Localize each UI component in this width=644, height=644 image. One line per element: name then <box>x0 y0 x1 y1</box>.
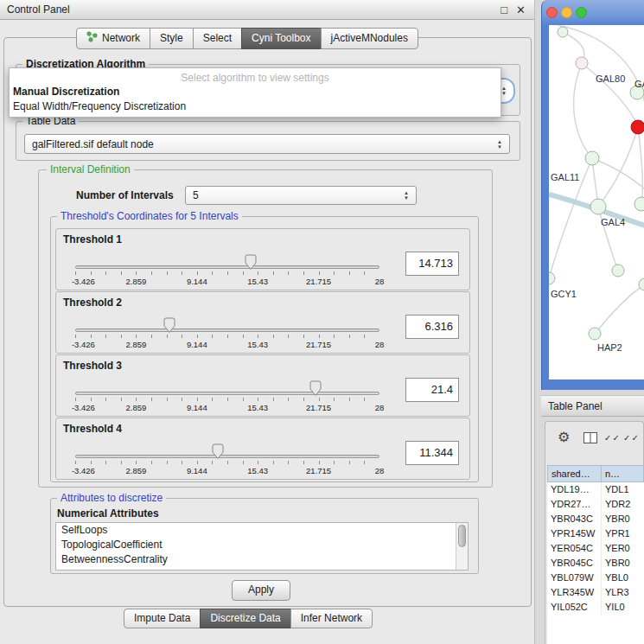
threshold-2-slider[interactable]: -3.426 2.859 9.144 15.43 21.715 28 <box>75 315 379 351</box>
close-icon[interactable]: ✕ <box>516 3 526 16</box>
threshold-3-value[interactable]: 21.4 <box>405 378 459 402</box>
node-label-hap2[interactable]: HAP2 <box>597 342 622 353</box>
dropdown-placeholder: Select algorithm to view settings <box>10 68 501 84</box>
tick-label: 21.715 <box>306 466 331 475</box>
tick-label: -3.426 <box>72 466 95 475</box>
node-label-gal80[interactable]: GAL80 <box>596 73 625 84</box>
list-scrollbar[interactable] <box>456 523 468 570</box>
dropdown-item-equal-width-frequency[interactable]: Equal Width/Frequency Discretization <box>10 99 501 113</box>
threshold-3-label: Threshold 3 <box>63 360 122 372</box>
spinner-down-icon: ▼ <box>497 144 502 150</box>
columns-icon[interactable] <box>583 431 597 447</box>
number-of-intervals-label: Number of Intervals <box>73 189 177 201</box>
minimize-icon[interactable]: □ <box>501 3 507 16</box>
close-traffic-light-icon[interactable] <box>546 7 558 18</box>
slider-thumb[interactable] <box>309 380 322 397</box>
table-row[interactable]: YBL079WYBL0 <box>547 571 644 585</box>
control-panel-titlebar: Control Panel □ ✕ <box>0 0 534 20</box>
node-label-ga[interactable]: GA <box>634 79 644 89</box>
node-label-gcy1[interactable]: GCY1 <box>551 289 577 299</box>
tick-label: 21.715 <box>306 403 331 412</box>
table-body: YDL19…YDL1 YDR27…YDR2 YBR043CYBR0 YPR145… <box>547 482 644 644</box>
table-row[interactable]: YLR345WYLR3 <box>547 585 644 600</box>
table-row[interactable]: YDR27…YDR2 <box>547 497 644 512</box>
slider-thumb[interactable] <box>163 317 175 334</box>
zoom-traffic-light-icon[interactable] <box>576 7 587 18</box>
tick-label: 28 <box>375 340 385 349</box>
tab-impute-data[interactable]: Impute Data <box>124 609 201 628</box>
threshold-1-group: Threshold 1 -3.426 2.859 9.144 15.43 21.… <box>55 228 470 290</box>
slider-thumb[interactable] <box>245 254 257 271</box>
table-row[interactable]: YBR043CYBR0 <box>547 512 644 526</box>
tick-label: 2.859 <box>126 277 147 286</box>
tab-cyni-toolbox[interactable]: Cyni Toolbox <box>241 28 321 49</box>
table-row[interactable]: YPR145WYPR1 <box>547 526 644 541</box>
tick-label: -3.426 <box>72 403 95 412</box>
column-header-name[interactable]: n… <box>602 465 644 482</box>
top-tab-bar: Network Style Select Cyni Toolbox jActiv… <box>76 28 418 49</box>
table-toolbar: ⚙ ✓✓ ✓✓ <box>545 422 643 456</box>
table-row[interactable]: YIL052CYIL0 <box>547 600 644 615</box>
table-row[interactable]: YDL19…YDL1 <box>547 482 644 497</box>
select-checks-icon[interactable]: ✓✓ <box>604 433 621 443</box>
minimize-traffic-light-icon[interactable] <box>561 7 572 18</box>
slider-thumb[interactable] <box>212 443 224 460</box>
threshold-1-value[interactable]: 14.713 <box>405 252 459 276</box>
table-row[interactable]: YER054CYER0 <box>547 541 644 556</box>
threshold-2-label: Threshold 2 <box>63 296 122 309</box>
threshold-1-slider[interactable]: -3.426 2.859 9.144 15.43 21.715 28 <box>75 252 379 288</box>
tick-label: 21.715 <box>306 277 331 286</box>
table-data-select[interactable]: galFiltered.sif default node ▲ ▼ <box>24 134 510 154</box>
select-checks-icon[interactable]: ✓✓ <box>623 433 640 443</box>
slider-track[interactable] <box>75 265 379 269</box>
table-data-value: galFiltered.sif default node <box>32 135 154 153</box>
tick-label: 28 <box>375 277 385 286</box>
scrollbar-thumb[interactable] <box>458 525 466 547</box>
tick-label: 28 <box>375 466 385 475</box>
slider-track[interactable] <box>75 328 379 332</box>
interval-definition-label: Interval Definition <box>47 163 134 175</box>
tick-label: 2.859 <box>126 403 147 412</box>
spinner-down-icon: ▼ <box>404 195 409 201</box>
table-row[interactable]: YBR045CYBR0 <box>547 556 644 571</box>
slider-track[interactable] <box>75 392 379 395</box>
threshold-4-value[interactable]: 11.344 <box>405 441 459 465</box>
tab-jactivemnodules[interactable]: jActiveMNodules <box>321 28 418 49</box>
tab-select[interactable]: Select <box>193 28 242 49</box>
tick-label: 15.43 <box>247 403 268 412</box>
tick-label: 9.144 <box>187 277 207 286</box>
window-title: Control Panel <box>7 0 70 19</box>
control-panel-window: Control Panel □ ✕ Network Style Select C… <box>0 0 535 644</box>
tick-label: 2.859 <box>126 466 147 475</box>
slider-track[interactable] <box>75 455 379 458</box>
list-item[interactable]: BetweennessCentrality <box>56 552 468 567</box>
apply-button[interactable]: Apply <box>232 580 290 601</box>
network-canvas[interactable]: GAL80 GA GAL11 GAL4 GCY1 HAP2 <box>549 25 644 379</box>
node-label-gal11[interactable]: GAL11 <box>551 172 579 182</box>
tab-infer-network[interactable]: Infer Network <box>290 609 373 628</box>
tick-label: 28 <box>375 403 385 412</box>
column-header-shared[interactable]: shared… <box>547 465 602 482</box>
list-item[interactable]: SelfLoops <box>56 523 468 538</box>
table-panel-title: Table Panel <box>548 400 603 412</box>
tick-label: 15.43 <box>247 277 268 286</box>
table-panel-header[interactable]: Table Panel <box>541 395 644 417</box>
spinner-down-icon: ▼ <box>501 91 507 96</box>
threshold-3-slider[interactable]: -3.426 2.859 9.144 15.43 21.715 28 <box>75 378 379 414</box>
gear-icon[interactable]: ⚙ <box>558 429 570 445</box>
node-label-gal4[interactable]: GAL4 <box>601 217 625 227</box>
list-item[interactable]: TopologicalCoefficient <box>56 538 468 552</box>
dropdown-item-manual-discretization[interactable]: Manual Discretization <box>10 84 501 99</box>
tab-style[interactable]: Style <box>150 28 194 49</box>
table-header-row: shared… n… <box>547 465 644 482</box>
algorithm-dropdown-popup: Select algorithm to view settings Manual… <box>9 67 501 118</box>
numerical-attributes-label: Numerical Attributes <box>54 507 163 520</box>
threshold-4-slider[interactable]: -3.426 2.859 9.144 15.43 21.715 28 <box>75 441 379 477</box>
threshold-2-value[interactable]: 6.316 <box>405 315 459 339</box>
number-of-intervals-select[interactable]: 5 ▲ ▼ <box>185 186 417 205</box>
tab-network[interactable]: Network <box>76 28 150 49</box>
threshold-4-label: Threshold 4 <box>63 423 122 435</box>
tick-label: -3.426 <box>72 277 95 286</box>
tab-discretize-data[interactable]: Discretize Data <box>200 609 290 628</box>
bottom-tab-bar: Impute Data Discretize Data Infer Networ… <box>124 609 373 628</box>
